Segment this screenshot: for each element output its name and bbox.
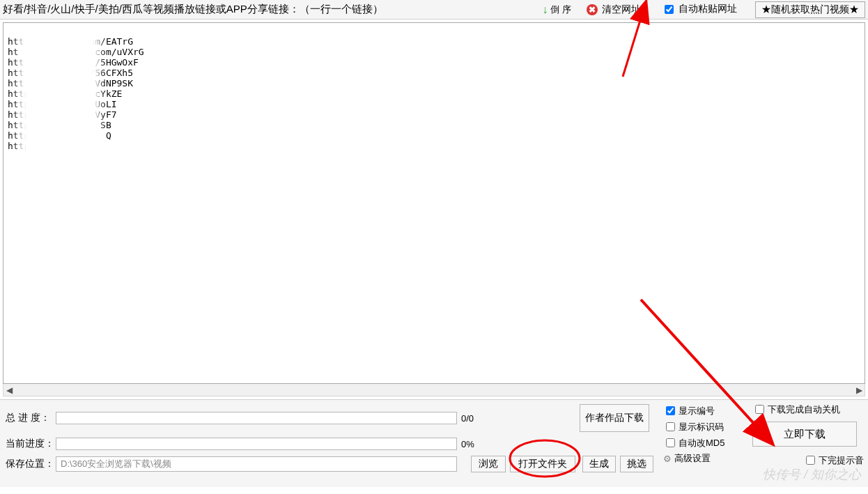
current-progress-label: 当前进度： [6, 438, 56, 450]
open-folder-button[interactable]: 打开文件夹 [510, 456, 575, 472]
show-number-checkbox[interactable]: 显示编号 [663, 404, 724, 417]
author-works-button[interactable]: 作者作品下载 [580, 404, 649, 432]
scroll-right-arrow[interactable]: ▶ [853, 385, 865, 395]
current-progress-value: 0% [461, 439, 489, 449]
scroll-left-arrow[interactable]: ◀ [3, 385, 15, 395]
random-hot-button[interactable]: ★随机获取热门视频★ [755, 1, 865, 18]
url-blur-overlay [19, 23, 100, 169]
options-group: 显示编号 显示标识码 自动改MD5 ⚙高级设置 [663, 404, 724, 465]
reverse-label[interactable]: 倒 序 [550, 6, 571, 13]
auto-paste-label: 自动粘贴网址 [679, 3, 737, 14]
top-toolbar: 好看/抖音/火山/快手/美拍/西瓜等视频播放链接或APP分享链接：（一行一个链接… [0, 0, 868, 20]
sound-checkbox[interactable]: 下完提示音 [752, 454, 864, 467]
bottom-panel: 总 进 度： 0/0 作者作品下载 当前进度： 0% 保存位置： 浏览 打开文件… [0, 399, 868, 487]
pick-button[interactable]: 挑选 [620, 456, 653, 472]
advanced-settings-link[interactable]: ⚙高级设置 [663, 452, 724, 465]
auto-md5-checkbox[interactable]: 自动改MD5 [663, 436, 724, 449]
browse-button[interactable]: 浏览 [471, 456, 506, 472]
clear-url-label[interactable]: 清空网址 [602, 3, 641, 16]
total-progress-value: 0/0 [461, 413, 489, 424]
shutdown-checkbox[interactable]: 下载完成自动关机 [752, 403, 864, 416]
current-progress-bar [56, 438, 457, 450]
generate-button[interactable]: 生成 [582, 456, 616, 472]
save-path-input[interactable] [56, 456, 457, 472]
save-path-label: 保存位置： [6, 458, 56, 470]
total-progress-label: 总 进 度： [6, 412, 56, 424]
url-input-area[interactable]: htt k.com/EATrG ht x. .com/uVXrG htt / /… [3, 22, 865, 384]
input-hint-title: 好看/抖音/火山/快手/美拍/西瓜等视频播放链接或APP分享链接：（一行一个链接… [3, 3, 383, 16]
horizontal-scrollbar[interactable]: ◀ ▶ [3, 384, 865, 396]
auto-paste-checkbox[interactable]: 自动粘贴网址 [662, 3, 737, 16]
reverse-icon[interactable]: ↓ [542, 3, 548, 16]
clear-icon[interactable]: ✖ [587, 4, 598, 15]
start-download-button[interactable]: 立即下载 [752, 422, 857, 447]
gear-icon: ⚙ [663, 454, 672, 464]
show-id-checkbox[interactable]: 显示标识码 [663, 420, 724, 433]
auto-paste-check[interactable] [665, 5, 674, 14]
right-actions: 下载完成自动关机 立即下载 下完提示音 [752, 403, 864, 472]
total-progress-bar [56, 412, 457, 424]
